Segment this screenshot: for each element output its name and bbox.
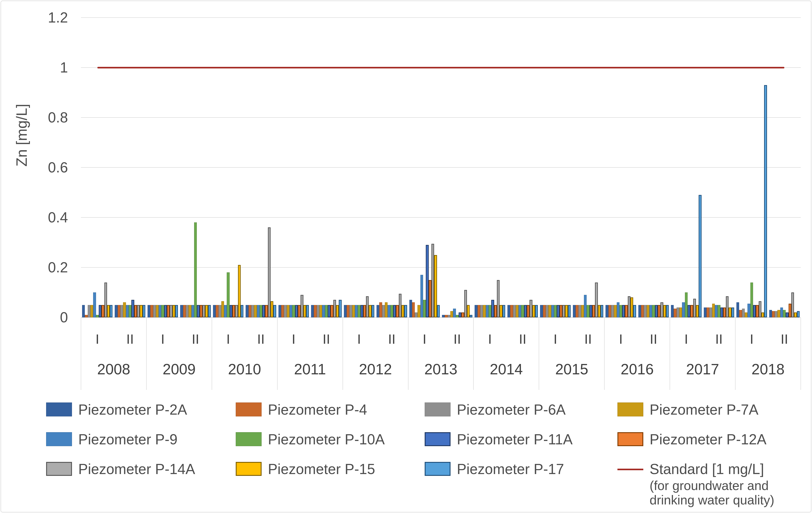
bar <box>565 305 568 318</box>
legend-subline: (for groundwater and <box>649 479 774 493</box>
bar <box>167 305 170 318</box>
bar <box>355 305 358 318</box>
bar <box>641 305 644 318</box>
bar <box>82 305 85 318</box>
bar <box>417 305 420 318</box>
bar <box>251 305 254 318</box>
bar <box>611 305 614 318</box>
bar <box>524 305 527 318</box>
bar <box>721 307 723 317</box>
half-year-label: II <box>715 331 723 347</box>
legend-item-standard: Standard [1 mg/L](for groundwater anddri… <box>617 462 774 507</box>
bar <box>180 305 183 318</box>
bar <box>628 296 631 317</box>
bar <box>426 245 429 317</box>
bar <box>238 265 241 317</box>
bar <box>560 305 562 318</box>
legend-item: Piezometer P-17 <box>425 462 564 476</box>
bar <box>614 305 616 318</box>
bar <box>216 305 219 318</box>
half-year-label: I <box>357 331 361 347</box>
year-label: 2015 <box>555 360 588 378</box>
bar <box>568 305 571 318</box>
bar <box>693 299 696 317</box>
bar <box>314 305 317 318</box>
bar <box>576 305 578 318</box>
bar <box>660 302 663 317</box>
bar <box>287 305 289 318</box>
bar <box>192 305 194 318</box>
bar <box>298 305 300 318</box>
year-separator <box>343 318 343 390</box>
bar <box>666 305 669 318</box>
half-year-label: I <box>95 331 99 347</box>
legend-swatch-icon <box>425 432 451 446</box>
bar <box>382 305 385 318</box>
bar <box>140 305 142 318</box>
legend-subline: drinking water quality) <box>649 493 774 507</box>
legend-label: Piezometer P-10A <box>268 432 385 447</box>
bar <box>281 305 284 318</box>
bar <box>477 305 480 318</box>
legend-swatch-icon <box>46 462 72 476</box>
bar <box>245 305 248 318</box>
bar <box>489 305 491 318</box>
bar <box>262 305 265 318</box>
half-year-label: I <box>685 331 688 347</box>
bar <box>344 305 347 318</box>
half-year-label: I <box>292 331 295 347</box>
bar <box>230 305 232 318</box>
bar <box>587 305 589 318</box>
bar <box>789 304 791 317</box>
year-label: 2018 <box>752 360 785 378</box>
half-year-label: II <box>192 331 199 347</box>
bar <box>102 305 104 318</box>
bar <box>369 305 371 318</box>
bar <box>311 305 314 318</box>
bar <box>303 305 306 318</box>
legend-swatch-icon <box>236 462 262 476</box>
bar <box>516 305 519 318</box>
bar <box>379 302 382 317</box>
bar <box>295 305 298 318</box>
y-tick-label: 1 <box>9 59 68 76</box>
bar <box>532 305 535 318</box>
bar <box>420 275 423 317</box>
bar <box>132 300 134 317</box>
bar <box>358 305 360 318</box>
bar <box>175 305 178 318</box>
bar <box>658 305 660 318</box>
gridline <box>81 167 801 168</box>
plot-area <box>81 18 801 317</box>
legend-label: Piezometer P-9 <box>78 432 177 447</box>
bar <box>279 305 281 318</box>
bar <box>137 305 140 318</box>
bar <box>412 302 415 317</box>
bar <box>158 305 161 318</box>
bar <box>729 307 731 317</box>
legend-standard-text: Standard [1 mg/L](for groundwater anddri… <box>649 462 774 507</box>
bar <box>268 227 270 317</box>
bar <box>213 305 216 318</box>
bar <box>224 305 227 318</box>
legend-item: Piezometer P-12A <box>617 432 766 447</box>
bar <box>726 296 729 317</box>
bar <box>592 305 595 318</box>
bar <box>437 305 440 318</box>
bar <box>99 305 102 318</box>
bar <box>674 308 676 317</box>
year-separator <box>277 318 278 390</box>
legend-label: Piezometer P-17 <box>457 462 564 476</box>
bar <box>306 305 309 318</box>
gridline <box>81 17 801 18</box>
bar <box>589 305 592 318</box>
bar <box>399 294 402 317</box>
bar <box>663 305 666 318</box>
bar <box>453 308 456 317</box>
bar <box>235 305 238 318</box>
bar <box>330 305 333 318</box>
bar <box>461 313 464 317</box>
bar <box>317 305 319 318</box>
legend-swatch-icon <box>46 432 72 446</box>
bar <box>759 301 761 317</box>
